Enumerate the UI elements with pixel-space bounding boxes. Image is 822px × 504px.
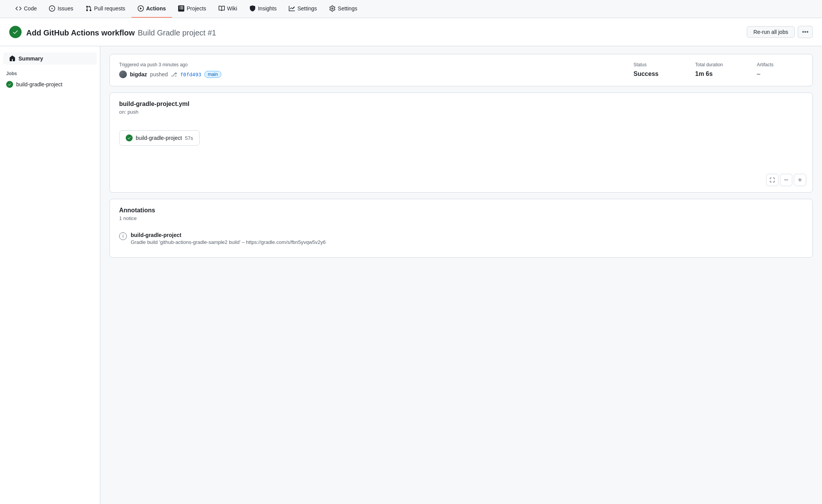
page-title: Add GitHub Actions workflow Build Gradle… <box>26 26 216 38</box>
header-actions: Re-run all jobs ••• <box>747 26 813 38</box>
wiki-icon <box>219 5 225 12</box>
status-label: Status <box>633 62 680 67</box>
home-icon <box>9 55 15 62</box>
annotations-subtitle: 1 notice <box>119 215 803 221</box>
content-area: Triggered via push 3 minutes ago bigdaz … <box>100 46 822 504</box>
security-icon <box>249 5 256 12</box>
annotation-item: i build-gradle-project Gradle build 'git… <box>119 227 803 250</box>
zoom-controls <box>766 174 806 186</box>
nav-item-code[interactable]: Code <box>9 0 43 18</box>
job-node[interactable]: build-gradle-project 57s <box>119 130 200 146</box>
zoom-out-button[interactable] <box>780 174 792 186</box>
job-node-left: build-gradle-project <box>126 134 182 141</box>
avatar <box>119 71 127 78</box>
branch-badge[interactable]: main <box>204 71 221 78</box>
page-title-main: Add GitHub Actions workflow <box>26 29 135 37</box>
trigger-username: bigdaz <box>130 71 147 77</box>
sidebar-job-name: build-gradle-project <box>16 81 62 87</box>
artifacts-value: – <box>757 71 803 77</box>
pull-requests-icon <box>86 5 92 12</box>
annotations-card: Annotations 1 notice i build-gradle-proj… <box>109 199 813 258</box>
git-icon: ⎇ <box>171 71 177 77</box>
annotation-message: Gradle build 'github-actions-gradle-samp… <box>131 239 326 245</box>
workflow-filename: build-gradle-project.yml <box>119 101 803 108</box>
nav-item-settings[interactable]: Settings <box>323 0 364 18</box>
main-layout: Summary Jobs build-gradle-project Trigge… <box>0 46 822 504</box>
actions-icon <box>138 5 144 12</box>
nav-actions-label: Actions <box>146 5 166 12</box>
nav-item-issues[interactable]: Issues <box>43 0 79 18</box>
run-status-icon <box>9 26 22 38</box>
nav-settings-label: Settings <box>338 5 357 12</box>
workflow-card: build-gradle-project.yml on: push build-… <box>109 92 813 193</box>
trigger-info: bigdaz pushed ⎇ f0fd493 main <box>119 71 618 78</box>
nav-pr-label: Pull requests <box>94 5 125 12</box>
nav-item-pull-requests[interactable]: Pull requests <box>79 0 131 18</box>
job-node-success-icon <box>126 134 133 141</box>
avatar-img <box>119 71 127 78</box>
annotation-job-name: build-gradle-project <box>131 232 326 238</box>
projects-icon <box>178 5 184 12</box>
annotations-title: Annotations <box>119 207 803 214</box>
job-node-name: build-gradle-project <box>136 135 182 141</box>
job-duration: 57s <box>185 135 193 141</box>
sidebar: Summary Jobs build-gradle-project <box>0 46 100 504</box>
status-card: Triggered via push 3 minutes ago bigdaz … <box>109 54 813 86</box>
sidebar-job-item[interactable]: build-gradle-project <box>0 79 100 90</box>
more-options-button[interactable]: ••• <box>798 26 813 38</box>
nav-item-projects[interactable]: Projects <box>172 0 212 18</box>
status-section: Status Success <box>633 62 680 77</box>
status-row: Triggered via push 3 minutes ago bigdaz … <box>119 62 803 78</box>
annotation-content: build-gradle-project Gradle build 'githu… <box>131 232 326 245</box>
more-options-icon: ••• <box>802 29 809 35</box>
page-title-sub: Build Gradle project #1 <box>138 29 216 37</box>
settings-icon <box>329 5 335 12</box>
trigger-action: pushed <box>150 71 168 77</box>
artifacts-label: Artifacts <box>757 62 803 67</box>
insights-icon <box>289 5 295 12</box>
nav-projects-label: Projects <box>187 5 206 12</box>
fullscreen-button[interactable] <box>766 174 778 186</box>
code-icon <box>15 5 22 12</box>
duration-section: Total duration 1m 6s <box>695 62 741 77</box>
sidebar-jobs-label: Jobs <box>0 65 100 79</box>
duration-label: Total duration <box>695 62 741 67</box>
rerun-all-jobs-button[interactable]: Re-run all jobs <box>747 26 795 38</box>
workflow-trigger: on: push <box>119 109 803 115</box>
nav-code-label: Code <box>24 5 37 12</box>
nav-wiki-label: Wiki <box>227 5 237 12</box>
job-success-icon <box>6 81 13 88</box>
nav-bar: Code Issues Pull requests Actions Projec… <box>0 0 822 18</box>
trigger-section: Triggered via push 3 minutes ago bigdaz … <box>119 62 618 78</box>
nav-item-security[interactable]: Insights <box>243 0 283 18</box>
nav-issues-label: Issues <box>57 5 73 12</box>
nav-item-wiki[interactable]: Wiki <box>212 0 243 18</box>
annotation-info-icon: i <box>119 232 127 240</box>
artifacts-section: Artifacts – <box>757 62 803 77</box>
status-value: Success <box>633 71 680 77</box>
issues-icon <box>49 5 55 12</box>
nav-item-insights[interactable]: Settings <box>283 0 323 18</box>
page-header: Add GitHub Actions workflow Build Gradle… <box>0 18 822 46</box>
zoom-in-button[interactable] <box>794 174 806 186</box>
nav-security-label: Insights <box>258 5 276 12</box>
triggered-label: Triggered via push 3 minutes ago <box>119 62 618 67</box>
sidebar-summary-item[interactable]: Summary <box>3 52 97 65</box>
commit-hash[interactable]: f0fd493 <box>180 72 201 77</box>
header-left: Add GitHub Actions workflow Build Gradle… <box>9 26 216 38</box>
workflow-graph: build-gradle-project 57s <box>119 124 803 152</box>
sidebar-summary-label: Summary <box>19 55 43 62</box>
nav-item-actions[interactable]: Actions <box>131 0 172 18</box>
duration-value: 1m 6s <box>695 71 741 77</box>
nav-insights-label: Settings <box>297 5 317 12</box>
